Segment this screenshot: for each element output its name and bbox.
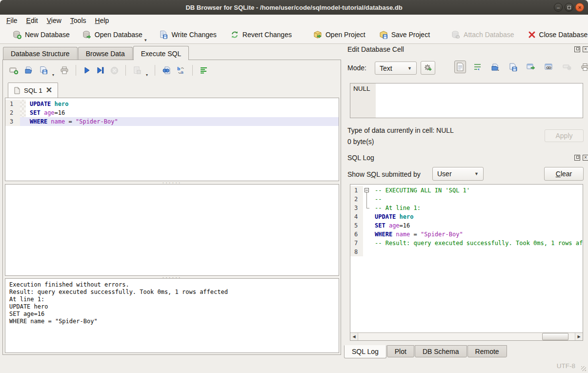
menu-edit[interactable]: Edit	[22, 15, 42, 26]
execute-current-line-button[interactable]	[97, 66, 104, 74]
scroll-left-icon[interactable]: ◀	[350, 333, 358, 340]
revert-changes-button[interactable]: Revert Changes	[227, 28, 295, 41]
results-grid[interactable]	[5, 184, 339, 276]
fold-margin[interactable]	[363, 204, 371, 212]
close-button-icon[interactable]: ×	[575, 3, 584, 12]
word-wrap-icon	[473, 63, 482, 71]
code-text: -- EXECUTING ALL IN 'SQL 1'	[371, 186, 583, 195]
fold-margin[interactable]	[363, 212, 371, 221]
attach-database-button[interactable]: Attach Database	[448, 28, 517, 41]
fold-collapse-icon[interactable]	[363, 186, 371, 195]
text-mode-button[interactable]	[454, 61, 466, 73]
mode-combobox[interactable]: Text▼	[375, 62, 417, 75]
fold-margin[interactable]	[363, 239, 371, 248]
splitter-handle[interactable]: ······	[5, 181, 339, 184]
open-database-button[interactable]: Open Database	[80, 28, 145, 41]
code-line: 1UPDATE hero	[5, 100, 339, 108]
print-cell-button[interactable]	[579, 61, 588, 73]
sql1-tab-label: SQL 1	[24, 87, 42, 94]
format-sql-button[interactable]	[200, 67, 208, 74]
edit-cell-dock-buttons: ×	[574, 46, 588, 52]
tab-execute-sql[interactable]: Execute SQL	[133, 46, 189, 60]
stop-execution-button[interactable]	[110, 66, 119, 75]
fold-margin[interactable]	[363, 195, 371, 204]
apply-button[interactable]: Apply	[545, 129, 584, 142]
menu-view[interactable]: View	[42, 15, 66, 26]
sql1-tab[interactable]: SQL 1 ✕	[8, 83, 58, 98]
open-in-external-button[interactable]	[525, 61, 537, 73]
export-results-button[interactable]	[133, 66, 142, 75]
open-project-button[interactable]: Open Project	[310, 28, 368, 41]
export-cell-data-button[interactable]	[507, 61, 519, 73]
code-line: 8	[350, 248, 583, 256]
show-sql-label: Show SQL submitted by	[347, 170, 421, 178]
menu-file[interactable]: File	[2, 15, 22, 26]
scroll-right-icon[interactable]: ▶	[575, 333, 583, 340]
code-text	[371, 248, 583, 256]
app-window: { "window": { "title": "DB Browser for S…	[0, 0, 588, 373]
save-file-dropdown-icon[interactable]: ▾	[52, 73, 54, 77]
close-database-button[interactable]: Close Database	[525, 29, 588, 41]
replace-button[interactable]: ba	[177, 66, 185, 75]
menu-help[interactable]: Help	[91, 15, 114, 26]
find-button[interactable]	[162, 66, 171, 75]
minimize-button-icon[interactable]: –	[554, 3, 563, 12]
fold-margin[interactable]	[363, 221, 371, 230]
tab-database-structure[interactable]: Database Structure	[3, 47, 78, 60]
open-sql-tab-button[interactable]	[9, 66, 19, 75]
sql-log-view[interactable]: 1-- EXECUTING ALL IN 'SQL 1'2--3-- At li…	[350, 184, 583, 341]
scrollbar-thumb[interactable]	[542, 333, 568, 340]
execute-sql-button[interactable]	[83, 66, 91, 74]
tab-db-schema[interactable]: DB Schema	[415, 345, 467, 357]
code-line: 4UPDATE hero	[350, 212, 583, 221]
import-cell-data-button[interactable]	[489, 61, 502, 73]
maximize-button-icon[interactable]	[565, 3, 573, 12]
fold-margin[interactable]	[363, 248, 371, 256]
bottom-tab-bar: SQL Log Plot DB Schema Remote	[344, 345, 507, 358]
sql-document-icon	[14, 87, 20, 94]
save-project-button[interactable]: Save Project	[376, 28, 433, 41]
word-wrap-button[interactable]	[471, 62, 484, 73]
sql-log-code: 1-- EXECUTING ALL IN 'SQL 1'2--3-- At li…	[350, 185, 583, 332]
message-line: WHERE name = "Spider-Boy"	[9, 318, 335, 325]
sql-log-horizontal-scrollbar[interactable]: ◀ ▶	[350, 332, 583, 340]
execution-message[interactable]: Execution finished without errors.Result…	[5, 278, 339, 353]
auto-apply-button[interactable]	[421, 61, 435, 75]
save-sql-file-button[interactable]	[39, 66, 48, 75]
attach-database-icon	[451, 30, 460, 39]
resize-grip[interactable]	[581, 366, 586, 371]
code-line: 2SET age=16	[5, 108, 339, 117]
open-database-dropdown-icon[interactable]: ▾	[144, 38, 147, 42]
cell-value-editor[interactable]: NULL	[350, 83, 583, 118]
menu-tools[interactable]: Tools	[66, 15, 91, 26]
svg-text:b: b	[177, 66, 181, 71]
new-database-button[interactable]: New Database	[10, 28, 73, 41]
float-dock-icon[interactable]	[574, 155, 580, 161]
float-dock-icon[interactable]	[574, 46, 580, 52]
save-project-icon	[379, 30, 388, 39]
sql1-tab-close-icon[interactable]: ✕	[46, 87, 52, 93]
main-tab-bar: Database Structure Browse Data Execute S…	[3, 46, 189, 60]
tab-browse-data[interactable]: Browse Data	[78, 47, 133, 60]
set-null-button[interactable]	[561, 62, 573, 72]
sql-log-filter-combobox[interactable]: User▼	[432, 167, 484, 181]
close-dock-icon[interactable]: ×	[583, 155, 588, 161]
message-line: SET age=16	[9, 311, 335, 318]
fold-margin[interactable]	[363, 230, 371, 239]
print-button[interactable]	[60, 66, 69, 75]
line-number: 6	[350, 230, 363, 239]
tab-plot[interactable]: Plot	[387, 345, 414, 357]
export-results-dropdown-icon[interactable]: ▾	[146, 73, 148, 77]
tab-remote[interactable]: Remote	[467, 345, 507, 357]
close-dock-icon[interactable]: ×	[583, 46, 588, 52]
code-text: WHERE name = "Spider-Boy"	[26, 117, 339, 126]
message-line: Execution finished without errors.	[9, 281, 335, 289]
open-sql-file-button[interactable]	[24, 66, 33, 75]
clear-log-button[interactable]: Clear	[544, 167, 584, 181]
write-changes-button[interactable]: Write Changes	[156, 28, 219, 41]
copy-link-button[interactable]	[543, 61, 555, 73]
tab-sql-log[interactable]: SQL Log	[344, 345, 386, 358]
titlebar[interactable]: DB Browser for SQLite - /home/user/code/…	[0, 0, 588, 15]
sql-editor[interactable]: 1UPDATE hero2SET age=163WHERE name = "Sp…	[5, 98, 339, 181]
code-text: UPDATE hero	[371, 212, 583, 221]
